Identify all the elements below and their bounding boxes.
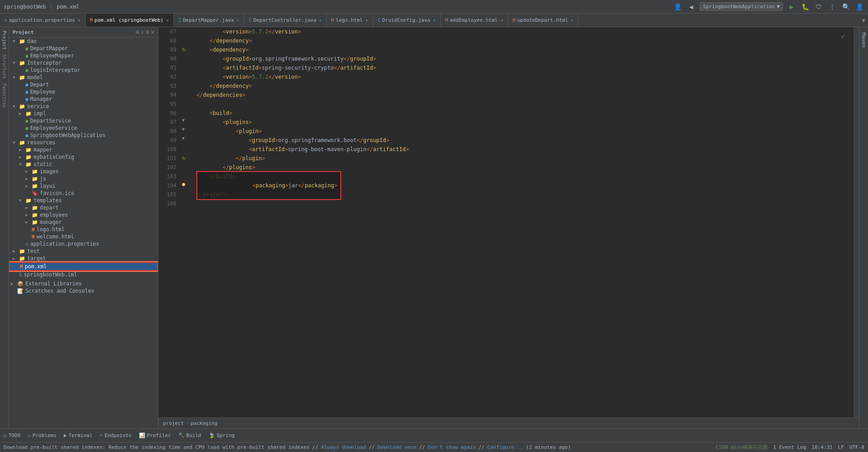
endpoints-button[interactable]: ⚡ Endpoints <box>100 433 131 438</box>
gutter-refresh-89[interactable]: ↻ <box>182 45 186 52</box>
structure-tab[interactable]: Structure <box>1 52 8 81</box>
tree-item-target[interactable]: ▶ 📁 target <box>9 255 158 262</box>
user-icon[interactable]: 👤 <box>672 2 682 12</box>
build-icon: 🔨 <box>178 433 185 438</box>
tab-close[interactable]: ✕ <box>433 18 436 23</box>
tab-logo-html[interactable]: H logo.html ✕ <box>327 14 373 27</box>
tree-item-external-libraries[interactable]: ▶ 📦 External Libraries <box>9 280 158 287</box>
tree-item-layui[interactable]: ▶ 📁 layui <box>9 182 158 190</box>
tree-item-employee-mapper[interactable]: ● EmployeeMapper <box>9 52 158 59</box>
profiler-button[interactable]: 📊 Profiler <box>139 433 171 438</box>
bookmark-104[interactable]: ● <box>182 181 185 187</box>
tree-item-impl[interactable]: ▶ 📁 impl <box>9 110 158 117</box>
tab-add-employee[interactable]: H addEmployee.html ✕ <box>441 14 508 27</box>
tree-item-static[interactable]: ▼ 📁 static <box>9 161 158 168</box>
code-editor[interactable]: <version>5.7.2</version> </dependency> <… <box>195 27 854 418</box>
project-tab[interactable]: Project <box>1 29 8 52</box>
tab-close[interactable]: ✕ <box>571 18 573 23</box>
run-button[interactable]: ▶ <box>787 2 796 12</box>
class-icon: ● <box>25 133 29 138</box>
more-run-button[interactable]: ⋮ <box>827 2 837 12</box>
settings-icon[interactable]: ⚙ <box>146 29 149 35</box>
tree-item-depart-folder[interactable]: ▶ 📁 depart <box>9 204 158 211</box>
tree-item-pom-xml[interactable]: M pom.xml <box>9 262 158 271</box>
tree-item-springboot-app[interactable]: ● SpringbootWebApplication <box>9 132 158 139</box>
maven-tab[interactable]: Maven <box>860 31 868 49</box>
breadcrumb-packaging[interactable]: packaging <box>191 420 218 426</box>
run-config-dropdown[interactable]: SpringbootWebApplication ▼ <box>700 2 783 11</box>
line-num-103: 103 <box>158 172 176 181</box>
tree-item-mapper[interactable]: ▶ 📁 mapper <box>9 146 158 153</box>
spring-button[interactable]: 🍃 Spring <box>209 433 235 438</box>
fold-96[interactable]: ▼ <box>182 118 185 123</box>
avatar[interactable]: 👤 <box>854 2 864 12</box>
run-config-label: SpringbootWebApplication <box>703 4 775 10</box>
tab-label: logo.html <box>336 17 363 23</box>
event-log[interactable]: 1 Event Log <box>773 444 806 450</box>
tree-item-resources[interactable]: ▼ 📁 resources <box>9 139 158 146</box>
tree-item-dao[interactable]: ▼ 📁 dao <box>9 38 158 45</box>
tree-item-login-interceptor[interactable]: ● loginInterceptor <box>9 67 158 74</box>
tree-item-app-properties[interactable]: ⚙ application.properties <box>9 240 158 247</box>
tree-item-springboot-iml[interactable]: S springbootWeb.iml <box>9 271 158 278</box>
tree-item-test[interactable]: ▶ 📁 test <box>9 247 158 255</box>
line-num-104: 104 <box>158 181 176 190</box>
right-scrollbar[interactable] <box>854 27 859 418</box>
dont-show-link[interactable]: Don't show again <box>428 444 476 450</box>
back-icon[interactable]: ◀ <box>686 2 696 12</box>
tree-label: dao <box>27 38 158 44</box>
tree-item-depart[interactable]: ● Depart <box>9 81 158 88</box>
terminal-button[interactable]: ▶ Terminal <box>64 433 93 438</box>
tree-item-favicon[interactable]: 🔖 favicon.ico <box>9 190 158 197</box>
sort-icon[interactable]: ↕ <box>141 29 144 35</box>
tree-item-templates[interactable]: ▼ 📁 templates <box>9 197 158 204</box>
debug-button[interactable]: 🐛 <box>800 2 810 12</box>
tab-close[interactable]: ✕ <box>319 18 322 23</box>
breadcrumb-project[interactable]: project <box>163 420 184 426</box>
coverage-button[interactable]: 🛡 <box>814 2 824 12</box>
tree-item-interceptor[interactable]: ▼ 📁 Interceptor <box>9 59 158 67</box>
tree-item-logo-html[interactable]: H logo.html <box>9 226 158 233</box>
tab-depart-mapper[interactable]: I DepartMapper.java ✕ <box>174 14 244 27</box>
tab-close[interactable]: ✕ <box>166 18 169 23</box>
tree-item-images[interactable]: ▶ 📁 images <box>9 168 158 175</box>
code-line-88: </dependency> <box>196 36 854 45</box>
favorites-tab[interactable]: Favorites <box>1 81 8 109</box>
search-icon[interactable]: 🔍 <box>841 2 851 12</box>
gutter-refresh-100[interactable]: ↻ <box>182 154 186 161</box>
tree-item-depart-mapper[interactable]: ● DepartMapper <box>9 45 158 52</box>
download-once-link[interactable]: Download once <box>377 444 416 450</box>
tree-item-service[interactable]: ▼ 📁 service <box>9 103 158 110</box>
todo-button[interactable]: ☑ TODO <box>4 433 20 438</box>
tree-item-manager[interactable]: ● Manager <box>9 95 158 103</box>
tab-update-depart[interactable]: H updateDepart.html ✕ <box>508 14 579 27</box>
tab-close[interactable]: ✕ <box>366 18 368 23</box>
tree-item-employees-folder[interactable]: ▶ 📁 employees <box>9 211 158 219</box>
tab-pom-xml[interactable]: M pom.xml (springbootWeb) ✕ <box>86 14 174 27</box>
tree-item-employee[interactable]: ● Employee <box>9 88 158 95</box>
tab-druid-config[interactable]: C DruidConfig.java ✕ <box>373 14 441 27</box>
tree-item-model[interactable]: ▼ 📁 model <box>9 74 158 81</box>
fold-98[interactable]: ▼ <box>182 136 185 141</box>
build-button[interactable]: 🔨 Build <box>178 433 201 438</box>
tab-application-properties[interactable]: ⚙ application.properties ✕ <box>0 14 86 27</box>
tab-close[interactable]: ✕ <box>237 18 239 23</box>
configure-link[interactable]: Configure... <box>487 444 523 450</box>
tree-item-depart-service[interactable]: ● DepartService <box>9 117 158 124</box>
tab-close[interactable]: ✕ <box>501 18 503 23</box>
tree-item-employee-service[interactable]: ● EmployeeService <box>9 124 158 132</box>
problems-button[interactable]: ⚠ Problems <box>28 433 57 438</box>
collapse-all-icon[interactable]: ⊟ <box>136 29 139 35</box>
tree-item-mybatis-config[interactable]: ▶ 📁 mybatisConfig <box>9 153 158 161</box>
tab-depart-controller[interactable]: C DepartController.java ✕ <box>244 14 327 27</box>
close-tree-icon[interactable]: ✕ <box>151 29 154 35</box>
tabs-more-button[interactable]: ▼ <box>859 14 868 27</box>
always-download-link[interactable]: Always download <box>321 444 366 450</box>
tree-item-manager-folder[interactable]: ▶ 📁 manager <box>9 219 158 226</box>
fold-97[interactable]: ▼ <box>182 127 185 132</box>
tab-close[interactable]: ✕ <box>78 18 81 23</box>
tree-item-welcome-html[interactable]: H welcome.html <box>9 233 158 240</box>
tree-item-scratches[interactable]: 📝 Scratches and Consoles <box>9 287 158 295</box>
tree-item-js[interactable]: ▶ 📁 js <box>9 175 158 182</box>
arrow: ▶ <box>25 184 32 188</box>
